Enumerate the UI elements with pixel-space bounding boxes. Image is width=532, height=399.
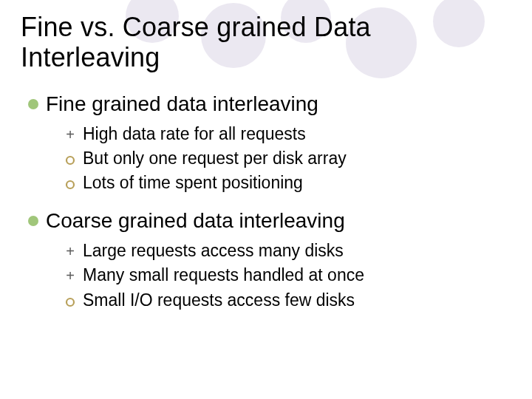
section-header: Coarse grained data interleaving — [28, 209, 511, 233]
svg-point-0 — [66, 157, 74, 164]
ring-icon — [62, 297, 78, 307]
svg-point-1 — [66, 181, 74, 188]
item-text: Lots of time spent positioning — [83, 171, 303, 195]
disc-bullet-icon — [28, 99, 38, 109]
list-item: + High data rate for all requests — [62, 122, 511, 146]
ring-icon — [62, 180, 78, 190]
item-list: + High data rate for all requests But on… — [21, 122, 511, 196]
item-list: + Large requests access many disks + Man… — [21, 239, 511, 313]
list-item: Lots of time spent positioning — [62, 171, 511, 195]
item-text: Large requests access many disks — [83, 239, 344, 263]
section-heading: Coarse grained data interleaving — [46, 209, 345, 233]
ring-icon — [62, 155, 78, 166]
section-coarse: Coarse grained data interleaving + Large… — [21, 209, 511, 313]
section-heading: Fine grained data interleaving — [46, 92, 318, 116]
section-header: Fine grained data interleaving — [28, 92, 511, 116]
list-item: Small I/O requests access few disks — [62, 288, 511, 313]
svg-point-2 — [66, 299, 74, 306]
item-text: High data rate for all requests — [83, 122, 306, 146]
list-item: + Large requests access many disks — [62, 239, 511, 263]
list-item: + Many small requests handled at once — [62, 263, 511, 287]
slide-title: Fine vs. Coarse grained Data Interleavin… — [21, 12, 511, 73]
disc-bullet-icon — [28, 216, 38, 226]
list-item: But only one request per disk array — [62, 146, 511, 171]
item-text: Many small requests handled at once — [83, 263, 364, 287]
item-text: But only one request per disk array — [83, 146, 347, 171]
section-fine: Fine grained data interleaving + High da… — [21, 92, 511, 196]
plus-icon: + — [62, 265, 78, 287]
item-text: Small I/O requests access few disks — [83, 288, 355, 313]
plus-icon: + — [62, 241, 78, 262]
plus-icon: + — [62, 124, 78, 146]
slide: Fine vs. Coarse grained Data Interleavin… — [0, 0, 532, 344]
